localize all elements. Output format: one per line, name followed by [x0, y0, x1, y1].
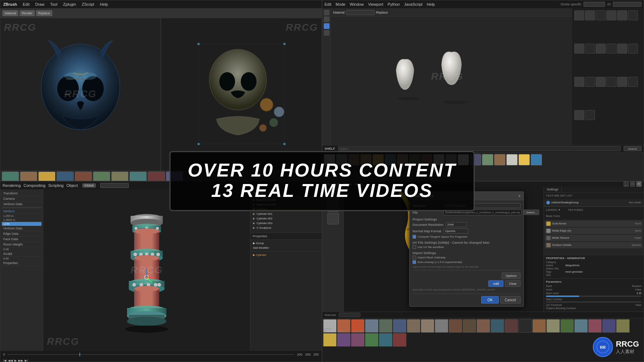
shelf-item-4[interactable] — [57, 172, 74, 181]
sg-fabric3[interactable] — [407, 319, 420, 333]
layer-metal-edge[interactable]: Metal Edge (A) Norm — [545, 228, 643, 234]
prop-transform[interactable]: Transform — [2, 191, 42, 196]
prop-room-weight[interactable]: Room Weight — [2, 242, 42, 247]
shelf-item-1[interactable] — [2, 172, 19, 181]
toolbar-render-btn[interactable]: Render — [20, 10, 35, 16]
prop-camera[interactable]: Camera — [2, 196, 42, 202]
add-btn[interactable]: Add — [488, 280, 503, 287]
ok-btn[interactable]: OK — [481, 296, 498, 303]
sg-mat1[interactable] — [574, 319, 588, 333]
normal-format-select[interactable]: OpenGL — [443, 228, 468, 233]
sg-leather[interactable] — [449, 319, 462, 333]
sg-mat3[interactable] — [602, 319, 616, 333]
sg-mat6[interactable] — [337, 333, 351, 347]
tooth-thumb-16[interactable] — [606, 77, 616, 87]
q2-menu-mode[interactable]: Mode — [336, 2, 346, 6]
tooth-thumb-4[interactable] — [606, 10, 616, 20]
q4-tab-settings[interactable]: Settings — [544, 187, 562, 192]
tooth-thumb-17[interactable] — [617, 77, 627, 87]
tooth-thumb-2[interactable] — [585, 10, 595, 20]
tooth-thumb-9[interactable] — [596, 44, 606, 54]
q2-menu-javascript[interactable]: JavaScript — [404, 2, 422, 6]
tool-fill[interactable] — [327, 213, 339, 224]
toolbar-replace-btn[interactable]: Replace — [36, 10, 52, 16]
sg-mat4[interactable] — [616, 319, 630, 333]
sg-plastic2[interactable] — [504, 319, 518, 333]
q2-menu-edit[interactable]: Edit — [325, 2, 331, 6]
sg-denim[interactable] — [393, 319, 406, 333]
sg-mat5[interactable] — [323, 333, 337, 347]
shelf-item-2[interactable] — [20, 172, 37, 181]
q3-menu-scripting[interactable]: Scripting — [48, 183, 64, 188]
sg-mat2[interactable] — [588, 319, 602, 333]
mat-16[interactable] — [506, 154, 518, 165]
sg-copper[interactable]: Copper — [337, 319, 351, 333]
prop-face-data[interactable]: Face Data — [2, 237, 42, 242]
sg-mat8[interactable] — [365, 333, 379, 347]
clear-btn[interactable]: Clear — [505, 280, 521, 287]
tooth-thumb-15[interactable] — [596, 77, 606, 87]
sg-copper-red[interactable]: Copper Red — [351, 319, 365, 333]
mat-18[interactable] — [531, 154, 542, 165]
sg-iron[interactable] — [435, 319, 448, 333]
mat-15[interactable] — [494, 154, 506, 165]
menu-zbrush[interactable]: ZBrush — [3, 2, 17, 6]
options-btn[interactable]: Options — [502, 272, 521, 279]
sg-zombie[interactable] — [560, 319, 574, 333]
shelf-item-5[interactable] — [75, 172, 92, 181]
q2-menu-python[interactable]: Python — [387, 2, 400, 6]
q3-3d-viewport[interactable]: RRCG RRCG — [43, 189, 250, 351]
q3-menu-object[interactable]: Object — [67, 183, 78, 188]
tooth-thumb-14[interactable] — [585, 77, 595, 87]
sg-mat7[interactable] — [351, 333, 365, 347]
sg-leather2[interactable] — [463, 319, 476, 333]
tooth-thumb-18[interactable] — [628, 77, 638, 87]
prop-edge-data[interactable]: Edge Data — [2, 231, 42, 237]
auto-uvmap-checkbox[interactable] — [413, 260, 416, 264]
texture-set-item[interactable]: zothickShadingGroup — [551, 201, 579, 204]
sg-chrome[interactable]: Chrome Bu... — [323, 319, 337, 333]
menu-tool[interactable]: Tool — [50, 2, 57, 6]
prop-sculpt[interactable]: Sculpt — [2, 251, 42, 257]
sg-mat10[interactable] — [393, 333, 406, 347]
toolbar-material-btn[interactable]: Material — [3, 10, 18, 16]
sg-fabric4[interactable] — [421, 319, 434, 333]
cancel-btn[interactable]: Cancel — [500, 296, 521, 303]
shelf-item-8[interactable] — [130, 172, 147, 181]
menu-zplugin[interactable]: Zplugin — [63, 2, 76, 6]
prop-vertices[interactable]: Vertices Data — [2, 202, 42, 207]
prop-vertices-data[interactable]: Vertices Data — [2, 226, 42, 231]
tooth-thumb-12[interactable] — [628, 44, 638, 54]
sg-fabric1[interactable] — [365, 319, 379, 333]
layer-surface-details[interactable]: Surface Details Symbols — [545, 242, 643, 248]
q2-main-viewport[interactable]: Material Replace — [322, 8, 572, 145]
sg-leather3[interactable] — [477, 319, 490, 333]
select-file-btn[interactable]: Select... — [524, 210, 539, 215]
tooth-thumb-7[interactable] — [574, 44, 584, 54]
q1-main-viewport[interactable]: RRCG RRCG — [0, 18, 161, 170]
sg-wood[interactable] — [532, 319, 546, 333]
layer-gold-arrow[interactable]: Gold Arrow Norm — [545, 220, 643, 227]
mesh-gateway-checkbox[interactable] — [413, 256, 416, 259]
q2-menu-window[interactable]: Window — [350, 2, 364, 6]
q2-menu-viewport[interactable]: Viewport — [368, 2, 384, 6]
prop-properties[interactable]: Properties — [2, 261, 42, 266]
q1-secondary-viewport[interactable]: RRCG — [161, 18, 322, 170]
sg-rubber[interactable] — [518, 319, 532, 333]
shelf-item-7[interactable] — [111, 172, 128, 181]
tooth-thumb-5[interactable] — [617, 10, 627, 20]
menu-edit[interactable]: Edit — [23, 2, 30, 6]
tooth-thumb-8[interactable] — [585, 44, 595, 54]
menu-help[interactable]: Help — [100, 2, 108, 6]
tooth-thumb-3[interactable] — [596, 10, 606, 20]
shelf-item-6[interactable] — [93, 172, 110, 181]
resolution-select[interactable]: 2048 — [445, 222, 467, 227]
q3-menu-compositing[interactable]: Compositing — [24, 183, 45, 188]
tangent-checkbox[interactable] — [413, 235, 416, 238]
tooth-thumb-1[interactable] — [574, 10, 584, 20]
sg-mat9[interactable] — [379, 333, 392, 347]
layer-metal-texture[interactable]: Metal Texture Kopie — [545, 235, 643, 241]
tooth-thumb-20[interactable] — [585, 110, 595, 120]
shelf-item-3[interactable] — [38, 172, 55, 181]
q2-menu-help[interactable]: Help — [427, 2, 435, 6]
